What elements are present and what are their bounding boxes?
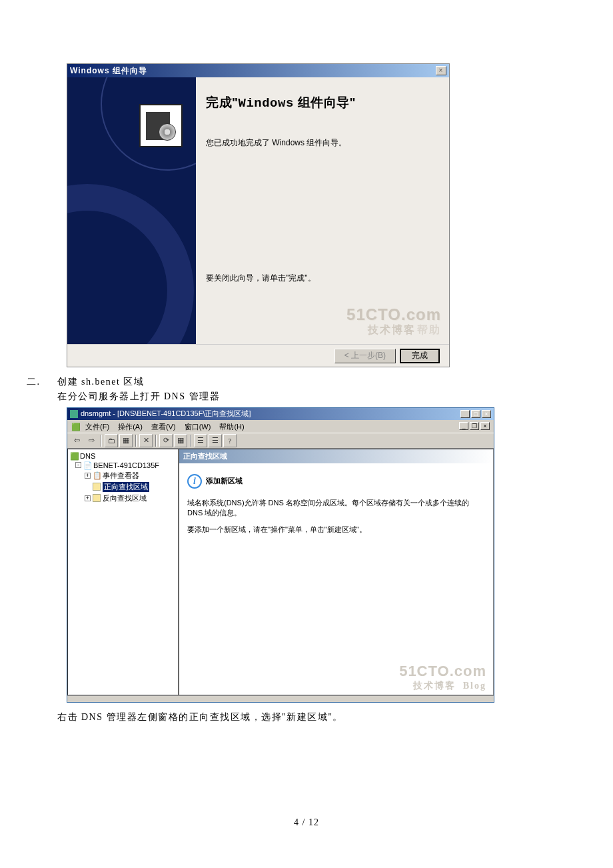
wizard-content: 完成"Windows 组件向导" 您已成功地完成了 Windows 组件向导。 … (196, 77, 449, 344)
menu-help[interactable]: 帮助(H) (219, 423, 244, 431)
folder-open-icon (93, 483, 101, 491)
menu-action[interactable]: 操作(A) (118, 423, 143, 431)
mdi-minimize-icon[interactable]: _ (459, 422, 468, 430)
dns-toolbar: ⇦ ⇨ 🗀 ▦ ✕ ⟳ ▦ ☰ ☰ ? (67, 433, 494, 449)
menu-file[interactable]: 文件(F) (85, 423, 109, 431)
dns-tree-pane[interactable]: 🟩DNS -📄BENET-491CD135F +📋事件查看器 正向查找区域 +反… (67, 449, 179, 695)
tree-reverse-zones[interactable]: 反向查找区域 (103, 493, 147, 503)
dns-detail-pane: 正向查找区域 i 添加新区域 域名称系统(DNS)允许将 DNS 名称空间分成区… (179, 449, 494, 695)
help-icon[interactable]: ? (223, 434, 237, 447)
dns-title-text: dnsmgmt - [DNS\BENET-491CD135F\正向查找区域] (81, 409, 251, 417)
export-icon[interactable]: ▦ (174, 434, 187, 447)
watermark-site: 51CTO.com (399, 663, 486, 680)
tree-root[interactable]: DNS (80, 452, 95, 460)
refresh-icon[interactable]: ⟳ (159, 434, 173, 447)
instruction-below-dns: 右击 DNS 管理器左侧窗格的正向查找区域，选择"新建区域"。 (57, 709, 546, 725)
info-icon: i (187, 474, 202, 489)
detail-header: 正向查找区域 (179, 449, 493, 463)
wizard-dialog: Windows 组件向导 × 完成"Windows 组件向导" 您已成功地完成了… (67, 63, 450, 367)
close-icon[interactable]: × (436, 66, 446, 75)
dns-root-icon: 🟩 (70, 452, 78, 460)
tree-forward-zones[interactable]: 正向查找区域 (103, 482, 149, 492)
expander-icon[interactable]: + (85, 495, 91, 501)
list-icon[interactable]: ☰ (209, 434, 222, 447)
expander-icon[interactable]: - (75, 462, 81, 468)
watermark-site: 51CTO.com (346, 305, 441, 324)
wizard-success-msg: 您已成功地完成了 Windows 组件向导。 (206, 137, 429, 149)
maximize-icon[interactable]: □ (471, 410, 480, 418)
wizard-heading: 完成"Windows 组件向导" (206, 94, 429, 111)
back-button: < 上一步(B) (334, 349, 396, 363)
properties-icon[interactable]: ☰ (194, 434, 207, 447)
dns-manager-window: dnsmgmt - [DNS\BENET-491CD135F\正向查找区域] _… (67, 407, 494, 703)
zone-desc: 域名称系统(DNS)允许将 DNS 名称空间分成区域。每个区域存储有关一个或多个… (187, 498, 485, 519)
delete-icon[interactable]: ✕ (139, 434, 153, 447)
page-number: 4 / 12 (0, 817, 613, 828)
dns-app-icon (70, 410, 78, 418)
nav-fwd-icon[interactable]: ⇨ (85, 434, 98, 447)
dns-titlebar: dnsmgmt - [DNS\BENET-491CD135F\正向查找区域] _… (67, 408, 494, 420)
cd-box-icon (139, 104, 183, 147)
watermark-blog: 技术博客 Blog (413, 680, 486, 692)
up-folder-icon[interactable]: 🗀 (105, 434, 118, 447)
wizard-sidebar (67, 77, 196, 344)
section-2-sub: 在分公司服务器上打开 DNS 管理器 (27, 389, 546, 405)
mdi-restore-icon[interactable]: ❐ (470, 422, 479, 430)
wizard-button-row: < 上一步(B) 完成 (67, 344, 449, 367)
add-zone-label: 添加新区域 (206, 476, 243, 486)
close-icon[interactable]: × (482, 410, 491, 418)
menu-window[interactable]: 窗口(W) (185, 423, 211, 431)
finish-button[interactable]: 完成 (400, 349, 440, 363)
wizard-title-text: Windows 组件向导 (70, 65, 147, 77)
folder-icon (93, 494, 101, 502)
watermark-blog: 技术博客帮助 (368, 323, 441, 337)
menu-view[interactable]: 查看(V) (151, 423, 176, 431)
show-hide-icon[interactable]: ▦ (119, 434, 133, 447)
wizard-titlebar: Windows 组件向导 × (67, 64, 449, 77)
dns-statusbar (67, 695, 494, 702)
add-zone-row: i 添加新区域 (187, 474, 485, 489)
server-icon: 📄 (83, 461, 91, 469)
expander-icon[interactable]: + (85, 473, 91, 479)
dns-menubar: 🟩 文件(F) 操作(A) 查看(V) 窗口(W) 帮助(H) _ ❐ × (67, 420, 494, 433)
nav-back-icon[interactable]: ⇦ (70, 434, 83, 447)
section-2-heading: 二.创建 sh.benet 区域 (27, 374, 546, 390)
events-icon: 📋 (93, 471, 101, 479)
mdi-close-icon[interactable]: × (480, 422, 490, 430)
wizard-close-hint: 要关闭此向导，请单击"完成"。 (206, 272, 316, 284)
tree-events[interactable]: 事件查看器 (103, 471, 139, 481)
tree-server[interactable]: BENET-491CD135F (93, 461, 159, 469)
zone-hint: 要添加一个新区域，请在"操作"菜单，单击"新建区域"。 (187, 525, 485, 535)
minimize-icon[interactable]: _ (460, 410, 470, 418)
